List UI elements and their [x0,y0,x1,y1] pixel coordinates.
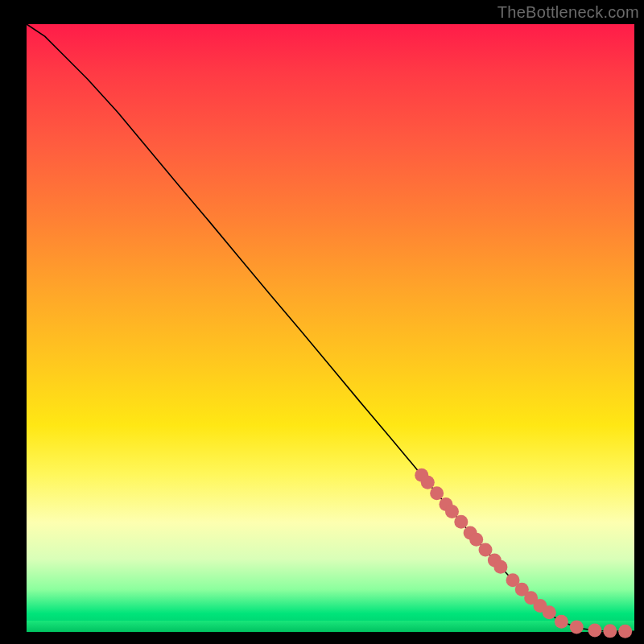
chart-frame: TheBottleneck.com [0,0,644,644]
highlight-dot [588,624,601,638]
highlight-dot [445,505,459,518]
highlight-dot [469,533,483,547]
highlight-dot [543,605,556,619]
bottleneck-curve-line [27,24,634,631]
highlight-dot [555,615,568,629]
highlight-dot [421,476,435,489]
highlight-dot [618,625,632,638]
chart-svg [27,24,634,632]
highlight-dots-group [415,469,632,638]
highlight-dot [430,486,444,500]
watermark-text: TheBottleneck.com [497,3,639,22]
highlight-dot [603,624,617,638]
highlight-dot [454,515,468,529]
highlight-dot [493,560,507,574]
highlight-dot [479,543,493,557]
highlight-dot [570,620,584,634]
plot-area [27,24,634,632]
